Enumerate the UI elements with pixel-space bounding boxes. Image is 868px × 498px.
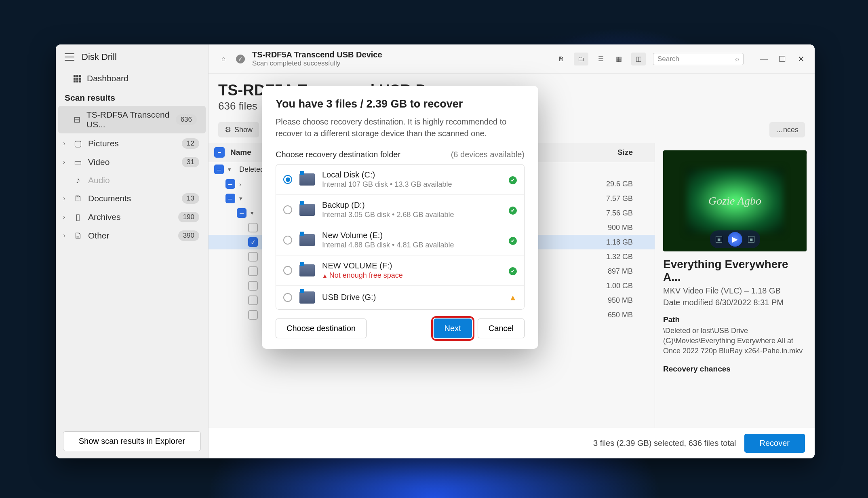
row-checkbox[interactable] (248, 223, 258, 232)
preview-date: Date modified 6/30/2022 8:31 PM (663, 298, 807, 307)
destination-row[interactable]: New Volume (E:)Internal 4.88 GB disk • 4… (276, 225, 524, 255)
item-icon: 🗎 (74, 194, 82, 203)
folder-icon[interactable]: 🗀 (574, 53, 588, 65)
expand-icon[interactable]: ▾ (251, 209, 258, 217)
topbar: ⌂ ✓ TS-RDF5A Transcend USB Device Scan c… (209, 44, 815, 74)
destination-info: USB Drive (G:) (322, 293, 501, 303)
topbar-subtitle: Scan completed successfully (252, 59, 382, 68)
sidebar-item-4[interactable]: ›🗎Documents13 (56, 189, 208, 208)
destination-row[interactable]: USB Drive (G:) (276, 286, 524, 309)
row-checkbox[interactable]: ✓ (248, 237, 258, 247)
minimize-button[interactable]: — (760, 55, 768, 63)
destination-info: NEW VOLUME (F:)Not enough free space (322, 261, 501, 280)
row-checkbox[interactable] (248, 266, 258, 276)
row-size: 29.6 GB (606, 180, 633, 188)
file-icon[interactable]: 🗎 (556, 54, 567, 64)
destination-radio[interactable] (283, 266, 292, 275)
home-icon[interactable]: ⌂ (218, 54, 229, 64)
destination-name: USB Drive (G:) (322, 293, 501, 302)
item-icon: ▯ (74, 212, 82, 222)
row-checkbox[interactable]: – (225, 194, 235, 203)
drive-icon (299, 173, 315, 186)
grid-view-icon[interactable]: ▦ (613, 54, 624, 64)
destination-radio[interactable] (283, 205, 292, 214)
search-input[interactable]: Search ⌕ (653, 53, 744, 65)
row-size: 7.57 GB (606, 194, 633, 203)
sidebar-item-3[interactable]: ♪Audio (56, 171, 208, 189)
destination-row[interactable]: Local Disk (C:)Internal 107 GB disk • 13… (276, 165, 524, 195)
sidebar-item-1[interactable]: ›▢Pictures12 (56, 134, 208, 153)
drive-icon (299, 204, 315, 216)
topbar-title: TS-RDF5A Transcend USB Device (252, 50, 382, 59)
close-button[interactable]: ✕ (797, 55, 805, 63)
next-button[interactable]: Next (434, 319, 472, 338)
filter-show[interactable]: ⚙Show (218, 122, 259, 137)
destination-name: Local Disk (C:) (322, 170, 501, 179)
row-size: 897 MB (608, 267, 633, 276)
destination-radio[interactable] (283, 236, 292, 245)
list-view-icon[interactable]: ☰ (596, 54, 606, 64)
row-checkbox[interactable] (248, 310, 258, 320)
preview-title: Everything Everywhere A... (663, 258, 807, 284)
recovery-destination-dialog: You have 3 files / 2.39 GB to recover Pl… (262, 86, 538, 349)
row-checkbox[interactable] (248, 281, 258, 291)
col-name[interactable]: Name (230, 148, 251, 157)
expand-icon[interactable]: ▾ (228, 166, 235, 173)
dialog-buttons: Choose destination Next Cancel (276, 319, 525, 338)
menu-icon[interactable] (65, 53, 74, 61)
row-checkbox[interactable]: – (214, 165, 224, 174)
recover-button[interactable]: Recover (744, 434, 805, 453)
prev-button[interactable]: ◼ (716, 236, 722, 243)
cancel-button[interactable]: Cancel (478, 319, 525, 338)
row-checkbox[interactable]: – (237, 208, 246, 218)
sidebar-header: Disk Drill (56, 44, 208, 70)
dashboard-icon (74, 75, 81, 82)
destination-radio[interactable] (283, 175, 292, 184)
row-checkbox[interactable] (248, 295, 258, 305)
destination-info: New Volume (E:)Internal 4.88 GB disk • 4… (322, 231, 501, 249)
maximize-button[interactable]: ☐ (778, 55, 786, 63)
destination-detail: Internal 4.88 GB disk • 4.81 GB availabl… (322, 241, 501, 249)
count-badge: 190 (178, 212, 199, 222)
destination-status-icon (509, 205, 517, 215)
preview-thumbnail[interactable]: Gozie Agbo ◼ ▶ ◼ (663, 150, 807, 251)
destination-detail: Internal 107 GB disk • 13.3 GB available (322, 180, 501, 189)
count-badge: 12 (182, 138, 199, 149)
play-button[interactable]: ▶ (728, 232, 742, 247)
dialog-device-count: (6 devices available) (451, 150, 525, 159)
destination-row[interactable]: Backup (D:)Internal 3.05 GB disk • 2.68 … (276, 195, 524, 225)
panel-toggle-icon[interactable]: ◫ (631, 53, 646, 65)
chevron-right-icon: › (63, 213, 65, 221)
destination-radio[interactable] (283, 293, 292, 302)
sidebar-item-2[interactable]: ›▭Video31 (56, 153, 208, 171)
row-checkbox[interactable] (248, 252, 258, 262)
preview-path: \Deleted or lost\USB Drive (G)\Movies\Ev… (663, 326, 807, 357)
expand-icon[interactable]: › (239, 181, 246, 188)
sidebar-item-6[interactable]: ›🗎Other390 (56, 226, 208, 245)
item-icon: ▢ (74, 139, 82, 148)
sidebar-item-5[interactable]: ›▯Archives190 (56, 208, 208, 226)
chevron-right-icon: › (63, 232, 65, 239)
select-all-checkbox[interactable]: – (214, 147, 225, 158)
show-in-explorer-button[interactable]: Show scan results in Explorer (63, 431, 201, 451)
preview-overlay-text: Gozie Agbo (708, 194, 761, 207)
destination-name: NEW VOLUME (F:) (322, 261, 501, 270)
dialog-subhead-label: Choose recovery destination folder (276, 150, 400, 159)
destination-row[interactable]: NEW VOLUME (F:)Not enough free space (276, 255, 524, 286)
sidebar-item-0[interactable]: ⊟TS-RDF5A Transcend US...636 (58, 106, 206, 133)
col-size[interactable]: Size (617, 148, 633, 157)
sidebar-dashboard[interactable]: Dashboard (56, 70, 208, 87)
row-checkbox[interactable]: – (225, 179, 235, 189)
row-size: 950 MB (608, 296, 633, 305)
expand-icon[interactable]: ▾ (239, 195, 246, 202)
next-button[interactable]: ◼ (748, 236, 754, 243)
destination-info: Backup (D:)Internal 3.05 GB disk • 2.68 … (322, 200, 501, 219)
destination-status-icon (509, 293, 517, 302)
item-icon: ▭ (74, 157, 82, 167)
drive-icon (299, 264, 315, 276)
choose-destination-button[interactable]: Choose destination (276, 319, 367, 338)
row-size: 1.00 GB (606, 282, 633, 290)
filter-chances[interactable]: …nces (769, 122, 805, 137)
chevron-right-icon: › (63, 158, 65, 166)
sidebar-item-label: Archives (88, 212, 121, 222)
